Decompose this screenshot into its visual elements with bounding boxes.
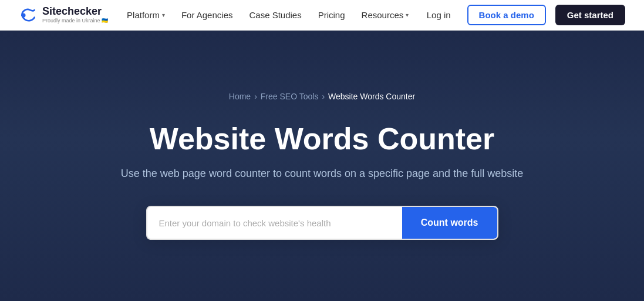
navbar: Sitechecker Proudly made in Ukraine 🇺🇦 P… [0,0,644,31]
domain-input[interactable] [147,207,402,239]
breadcrumb-free-seo-tools[interactable]: Free SEO Tools [261,92,319,101]
book-demo-button[interactable]: Book a demo [467,5,546,25]
login-button[interactable]: Log in [420,6,458,24]
nav-item-for-agencies[interactable]: For Agencies [181,10,233,20]
nav-link-pricing[interactable]: Pricing [318,10,345,20]
navbar-left: Sitechecker Proudly made in Ukraine 🇺🇦 P… [19,6,409,25]
nav-item-pricing[interactable]: Pricing [318,10,345,20]
breadcrumb-sep-1: › [254,92,257,101]
get-started-button[interactable]: Get started [555,5,625,25]
nav-links: Platform ▾ For Agencies Case Studies Pri… [127,10,409,20]
breadcrumb-current: Website Words Counter [328,92,415,101]
nav-link-resources[interactable]: Resources ▾ [362,10,409,20]
logo-area: Sitechecker Proudly made in Ukraine 🇺🇦 [19,6,108,25]
hero-section: Home › Free SEO Tools › Website Words Co… [0,31,644,301]
nav-item-platform[interactable]: Platform ▾ [127,10,165,20]
count-words-button[interactable]: Count words [402,207,497,239]
brand-tagline: Proudly made in Ukraine 🇺🇦 [42,18,108,24]
svg-point-0 [21,13,25,17]
nav-link-case-studies[interactable]: Case Studies [249,10,301,20]
nav-item-case-studies[interactable]: Case Studies [249,10,301,20]
chevron-down-icon: ▾ [162,12,165,18]
navbar-right: Log in Book a demo Get started [420,5,625,25]
brand-name: Sitechecker [42,6,108,18]
nav-link-platform[interactable]: Platform ▾ [127,10,165,20]
breadcrumb-sep-2: › [322,92,325,101]
logo-text-block: Sitechecker Proudly made in Ukraine 🇺🇦 [42,6,108,24]
hero-subtitle: Use the web page word counter to count w… [121,168,523,180]
logo-icon [19,6,38,25]
breadcrumb-home[interactable]: Home [229,92,251,101]
nav-link-for-agencies[interactable]: For Agencies [181,10,233,20]
hero-title: Website Words Counter [150,122,494,156]
nav-item-resources[interactable]: Resources ▾ [362,10,409,20]
search-bar: Count words [146,206,498,240]
chevron-down-icon: ▾ [406,12,409,18]
breadcrumb: Home › Free SEO Tools › Website Words Co… [229,92,415,101]
